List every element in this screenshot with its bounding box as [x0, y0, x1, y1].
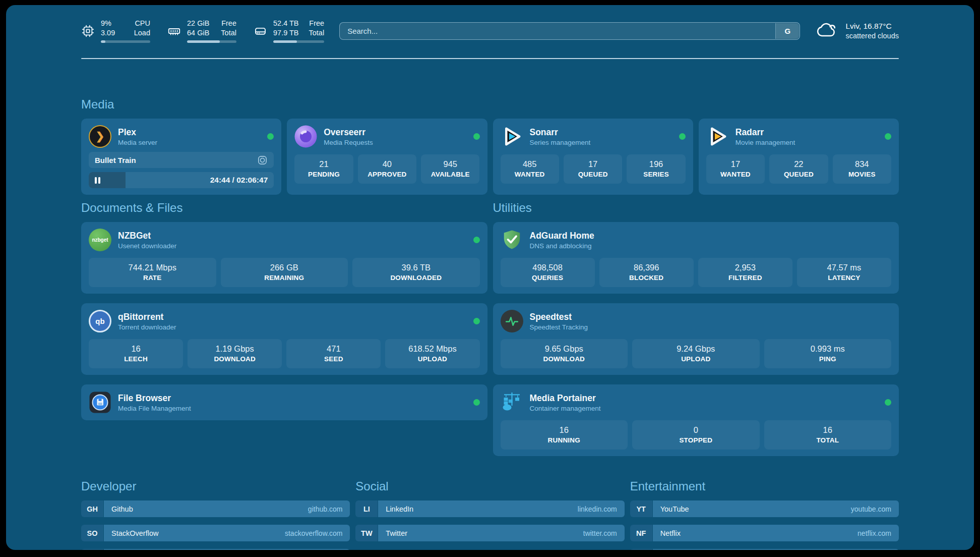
stat-tile: 0 STOPPED	[632, 420, 760, 450]
stat-value: 40	[360, 159, 414, 169]
app-name: File Browser	[118, 393, 467, 404]
bookmark-github[interactable]: GH Github github.com	[81, 500, 350, 517]
social-section-title: Social	[355, 479, 624, 493]
bookmark-abbr: NF	[630, 525, 652, 541]
bookmark-name: LinkedIn	[386, 505, 413, 513]
search-engine-button[interactable]: G	[775, 23, 799, 39]
entertainment-section: Entertainment YT YouTube youtube.com NF …	[630, 479, 899, 550]
documents-section: Documents & Files nzbget NZBGet Usenet d…	[81, 201, 487, 456]
app-name: Speedtest	[530, 312, 892, 322]
stat-tile: 16 LEECH	[89, 339, 183, 368]
adguard-home-card[interactable]: AdGuard Home DNS and adblocking 498,508 …	[493, 222, 899, 294]
stat-value: 86,396	[601, 263, 692, 272]
stat-tile: 618.52 Mbps UPLOAD	[385, 339, 479, 368]
stat-label: PENDING	[296, 171, 351, 178]
search-input[interactable]	[340, 27, 775, 35]
stat-value: 17	[708, 159, 763, 169]
overseerr-icon	[294, 125, 317, 148]
stat-value: 618.52 Mbps	[387, 344, 477, 354]
pause-button[interactable]	[95, 177, 100, 184]
plex-card[interactable]: ❯ Plex Media server Bullet Train	[81, 119, 281, 195]
weather-location-temp: Lviv, 16.87°C	[845, 22, 899, 31]
stat-label: TOTAL	[766, 436, 890, 444]
search-bar[interactable]: G	[339, 22, 800, 40]
app-subtitle: Series management	[530, 139, 672, 146]
nzbget-icon: nzbget	[89, 229, 111, 251]
stat-tile: 39.6 TB DOWNLOADED	[352, 258, 480, 287]
app-subtitle: DNS and adblocking	[530, 242, 892, 250]
cpu-values: 9% 3.09	[101, 19, 115, 38]
developer-section: Developer GH Github github.com SO StackO…	[81, 479, 350, 550]
stat-value: 471	[288, 344, 379, 354]
cpu-stat-widget: 9% 3.09 CPU Load	[81, 19, 150, 43]
radarr-card[interactable]: Radarr Movie management 17 WANTED 22 QUE…	[699, 119, 899, 195]
app-name: Overseerr	[324, 127, 466, 138]
bookmark-dev[interactable]: DT DEV dev.to	[81, 549, 350, 550]
bookmark-domain: twitter.com	[583, 529, 617, 537]
bookmark-linkedin[interactable]: LI LinkedIn linkedin.com	[355, 500, 624, 517]
utilities-section: Utilities	[493, 201, 899, 456]
status-online-dot	[473, 237, 480, 243]
weather-condition: scattered clouds	[845, 32, 899, 40]
bookmark-abbr: DT	[81, 549, 103, 550]
stat-tile: 485 WANTED	[501, 154, 559, 184]
utilities-section-title: Utilities	[493, 201, 899, 215]
stat-tile: 16 TOTAL	[764, 420, 892, 450]
stat-value: 9.65 Gbps	[503, 344, 626, 354]
stat-value: 17	[566, 159, 620, 169]
qbittorrent-card[interactable]: qb qBittorrent Torrent downloader 16	[81, 303, 487, 375]
stat-label: RATE	[91, 274, 214, 282]
dashboard: 9% 3.09 CPU Load	[6, 5, 974, 550]
bookmark-domain: youtube.com	[851, 505, 891, 513]
bookmark-name: StackOverflow	[111, 529, 158, 537]
stat-tile: 0.993 ms PING	[764, 339, 892, 368]
status-online-dot	[473, 133, 480, 140]
bookmark-abbr: GH	[81, 500, 103, 517]
stat-tile: 17 WANTED	[706, 154, 765, 184]
stat-tile: 1.19 Gbps DOWNLOAD	[188, 339, 282, 368]
app-name: Media Portainer	[530, 393, 879, 404]
documents-section-title: Documents & Files	[81, 201, 487, 215]
nzbget-card[interactable]: nzbget NZBGet Usenet downloader 744.21 M…	[81, 222, 487, 294]
speedtest-pulse-icon	[501, 310, 523, 332]
stat-value: 22	[771, 159, 826, 169]
bookmark-youtube[interactable]: YT YouTube youtube.com	[630, 500, 899, 517]
app-subtitle: Movie management	[736, 139, 878, 146]
status-online-dot	[885, 133, 891, 140]
app-name: Plex	[118, 127, 261, 138]
app-name: Sonarr	[530, 127, 672, 138]
bookmark-stackoverflow[interactable]: SO StackOverflow stackoverflow.com	[81, 525, 350, 541]
bookmark-twitter[interactable]: TW Twitter twitter.com	[355, 525, 624, 541]
stat-label: BLOCKED	[601, 274, 692, 282]
app-subtitle: Usenet downloader	[118, 242, 467, 250]
bookmark-abbr: TW	[355, 525, 378, 541]
stat-value: 0	[634, 425, 758, 435]
app-name: qBittorrent	[118, 312, 467, 322]
stat-value: 21	[296, 159, 351, 169]
playback-progress-row: 24:44 / 02:06:47	[89, 172, 274, 188]
overseerr-card[interactable]: Overseerr Media Requests 21 PENDING 40 A…	[287, 119, 487, 195]
stat-value: 196	[629, 159, 683, 169]
sonarr-card[interactable]: Sonarr Series management 485 WANTED 17 Q…	[493, 119, 693, 195]
bookmark-name: Netflix	[660, 529, 681, 537]
bookmark-netflix[interactable]: NF Netflix netflix.com	[630, 525, 899, 541]
app-subtitle: Media server	[118, 139, 261, 146]
media-disc-icon[interactable]	[257, 155, 268, 165]
status-online-dot	[679, 133, 686, 140]
portainer-card[interactable]: Media Portainer Container management 16 …	[493, 384, 899, 456]
stat-value: 2,953	[700, 263, 790, 272]
adguard-shield-icon	[501, 229, 523, 251]
app-subtitle: Speedtest Tracking	[530, 323, 892, 331]
memory-progress-bar	[187, 40, 236, 43]
file-browser-card[interactable]: File Browser Media File Management	[81, 384, 487, 420]
bookmark-domain: github.com	[308, 505, 342, 513]
stat-label: DOWNLOAD	[503, 355, 626, 363]
speedtest-card[interactable]: Speedtest Speedtest Tracking 9.65 Gbps D…	[493, 303, 899, 375]
bookmark-reddit[interactable]: RE Reddit reddit.com	[630, 549, 899, 550]
stat-value: 9.24 Gbps	[634, 344, 758, 354]
stat-label: RUNNING	[503, 436, 626, 444]
app-name: Radarr	[736, 127, 878, 138]
bookmark-abbr: YT	[630, 500, 652, 517]
stat-tile: 834 MOVIES	[833, 154, 891, 184]
stat-value: 945	[423, 159, 477, 169]
